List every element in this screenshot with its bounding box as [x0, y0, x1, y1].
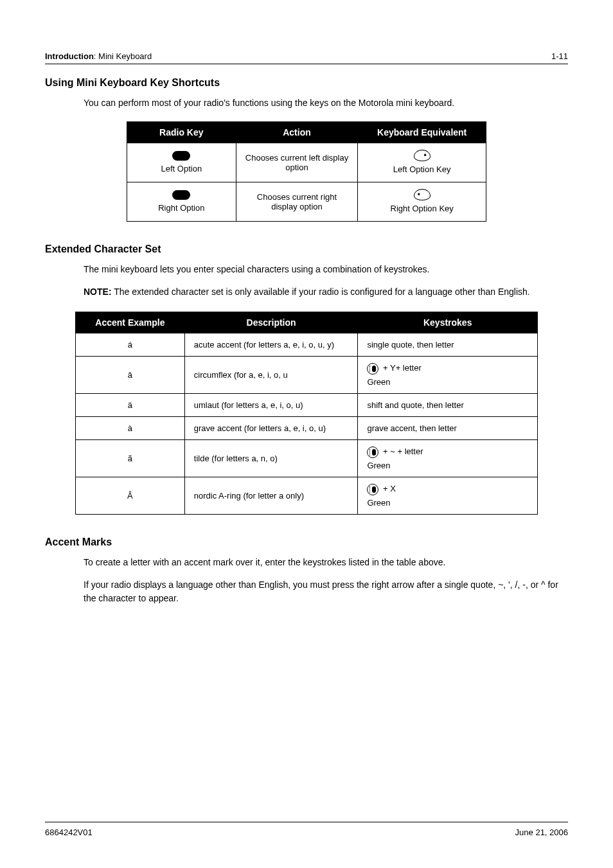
accent-description: circumflex (for a, e, i, o, u [184, 357, 358, 394]
table-header-row: Radio Key Action Keyboard Equivalent [127, 122, 486, 143]
equivalent-label: Left Option Key [393, 164, 451, 174]
footer-doc-number: 6864242V01 [45, 828, 93, 837]
section-accent-marks: Accent Marks To create a letter with an … [45, 536, 568, 605]
table-row: Right Option Chooses current right displ… [127, 182, 486, 222]
paragraph: To create a letter with an accent mark o… [84, 556, 568, 569]
table-row: à grave accent (for letters a, e, i, o, … [76, 417, 538, 440]
col-keyboard-equivalent: Keyboard Equivalent [358, 122, 486, 143]
col-radio-key: Radio Key [127, 122, 236, 143]
green-key-icon [367, 363, 378, 375]
accent-keystrokes: shift and quote, then letter [358, 394, 538, 417]
radio-key-cell: Right Option [127, 182, 236, 222]
table-row: Left Option Chooses current left display… [127, 143, 486, 182]
col-description: Description [184, 312, 358, 333]
accent-keystrokes: + Y+ letter Green [358, 357, 538, 394]
accent-description: acute accent (for letters a, e, i, o, u,… [184, 333, 358, 357]
paragraph: If your radio displays a language other … [84, 578, 568, 605]
table-row: â circumflex (for a, e, i, o, u + Y+ let… [76, 357, 538, 394]
section-mini-keyboard-shortcuts: Using Mini Keyboard Key Shortcuts You ca… [45, 77, 568, 222]
green-key-icon [367, 484, 378, 495]
accent-keystrokes: grave accent, then letter [358, 417, 538, 440]
accent-example: à [76, 417, 185, 440]
col-accent-example: Accent Example [76, 312, 185, 333]
radio-key-label: Left Option [161, 164, 202, 173]
accent-keystrokes: + X Green [358, 477, 538, 515]
left-option-pill-icon [172, 151, 190, 161]
accent-description: nordic A-ring (for letter a only) [184, 477, 358, 515]
radio-key-label: Right Option [158, 203, 204, 213]
accent-description: grave accent (for letters a, e, i, o, u) [184, 417, 358, 440]
shortcuts-table: Radio Key Action Keyboard Equivalent Lef… [127, 121, 486, 222]
accent-example: â [76, 357, 185, 394]
section-heading: Using Mini Keyboard Key Shortcuts [45, 77, 568, 89]
action-cell: Chooses current left display option [236, 143, 358, 182]
right-option-key-icon [414, 189, 431, 200]
table-row: ä umlaut (for letters a, e, i, o, u) shi… [76, 394, 538, 417]
accent-example: Å [76, 477, 185, 515]
accent-table: Accent Example Description Keystrokes á … [75, 312, 538, 515]
action-cell: Chooses current right display option [236, 182, 358, 222]
section-intro: The mini keyboard lets you enter special… [84, 263, 568, 276]
header-left: Introduction: Mini Keyboard [45, 51, 152, 61]
accent-keystrokes: + ~ + letter Green [358, 440, 538, 477]
radio-key-cell: Left Option [127, 143, 236, 182]
header-page-number: 1-11 [551, 51, 568, 61]
page-footer: 6864242V01 June 21, 2006 [45, 822, 568, 837]
equivalent-cell: Right Option Key [358, 182, 486, 222]
page-header: Introduction: Mini Keyboard 1-11 [45, 51, 568, 64]
section-heading: Accent Marks [45, 536, 568, 548]
table-row: Å nordic A-ring (for letter a only) + X … [76, 477, 538, 515]
table-row: ã tilde (for letters a, n, o) + ~ + lett… [76, 440, 538, 477]
table-row: á acute accent (for letters a, e, i, o, … [76, 333, 538, 357]
equivalent-cell: Left Option Key [358, 143, 486, 182]
table-header-row: Accent Example Description Keystrokes [76, 312, 538, 333]
note: NOTE: The extended character set is only… [84, 285, 568, 299]
note-label: NOTE: [84, 287, 112, 297]
equivalent-label: Right Option Key [391, 204, 454, 213]
accent-description: umlaut (for letters a, e, i, o, u) [184, 394, 358, 417]
accent-example: ä [76, 394, 185, 417]
note-text: The extended character set is only avail… [114, 287, 530, 297]
col-action: Action [236, 122, 358, 143]
col-keystrokes: Keystrokes [358, 312, 538, 333]
left-option-key-icon [414, 150, 431, 161]
right-option-pill-icon [172, 190, 190, 200]
accent-keystrokes: single quote, then letter [358, 333, 538, 357]
section-intro: You can perform most of your radio's fun… [84, 96, 568, 110]
footer-date: June 21, 2006 [515, 828, 568, 837]
section-heading: Extended Character Set [45, 244, 568, 255]
accent-description: tilde (for letters a, n, o) [184, 440, 358, 477]
accent-example: á [76, 333, 185, 357]
green-key-icon [367, 447, 378, 458]
accent-example: ã [76, 440, 185, 477]
section-extended-character-set: Extended Character Set The mini keyboard… [45, 244, 568, 515]
